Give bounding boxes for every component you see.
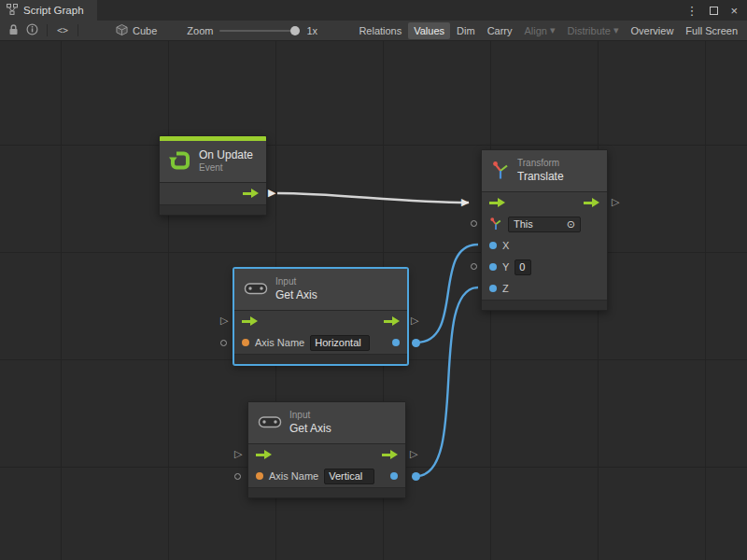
get-axis-horizontal-input-triangle-port[interactable]: ▷ <box>220 315 228 326</box>
on-update-body <box>160 182 266 204</box>
tab-script-graph[interactable]: Script Graph <box>0 0 97 21</box>
axis-name-input-port[interactable] <box>242 339 249 346</box>
lock-icon <box>8 23 19 37</box>
flow-output-port[interactable] <box>382 450 398 460</box>
get-axis-vertical-param-circle[interactable] <box>234 473 241 480</box>
control-row <box>482 192 607 214</box>
window-maximize-button[interactable] <box>710 5 718 17</box>
zoom-control: Zoom 1x <box>187 25 317 36</box>
axis-name-row: Axis Name <box>248 466 405 487</box>
zoom-label: Zoom <box>187 25 213 36</box>
value-connection-vertical-z[interactable] <box>416 287 478 476</box>
node-subtitle: Event <box>199 162 253 175</box>
x-input-port[interactable] <box>489 242 497 249</box>
title-bar: Script Graph ⋮ × <box>0 0 747 21</box>
values-button[interactable]: Values <box>408 22 450 39</box>
object-picker-icon[interactable]: ⊙ <box>567 218 575 231</box>
translate-y-port-circle[interactable] <box>471 263 477 270</box>
this-object-field[interactable]: This ⊙ <box>508 217 581 232</box>
on-update-header[interactable]: On Update Event <box>160 141 266 182</box>
y-row: Y <box>482 257 607 278</box>
lock-button[interactable] <box>4 22 22 39</box>
toolbar-separator <box>78 24 78 36</box>
transform-icon <box>491 160 510 182</box>
get-axis-horizontal-wire-endpoint[interactable] <box>412 339 420 347</box>
gamepad-icon <box>244 281 268 298</box>
node-footer <box>482 300 607 310</box>
on-update-output-triangle-port[interactable]: ▶ <box>268 188 275 198</box>
zoom-slider-handle[interactable] <box>290 26 300 35</box>
flow-input-port[interactable] <box>242 316 258 327</box>
get-axis-horizontal-header[interactable]: Input Get Axis <box>234 269 407 310</box>
node-get-axis-horizontal[interactable]: Input Get Axis Axis Name <box>233 268 408 365</box>
node-category: Input <box>275 276 317 288</box>
translate-input-triangle-port[interactable]: ▶ <box>461 197 469 207</box>
control-row <box>234 311 407 332</box>
graph-toolbar: <> Cube Zoom 1x Relations Values Dim Car… <box>0 21 747 41</box>
get-axis-horizontal-param-circle[interactable] <box>220 340 227 346</box>
info-icon <box>26 23 38 37</box>
flow-output-port[interactable] <box>584 198 599 208</box>
toolbar-buttons: Relations Values Dim Carry Align ▾ Distr… <box>353 22 743 39</box>
flow-output-port[interactable] <box>384 316 400 327</box>
node-get-axis-vertical[interactable]: Input Get Axis Axis Name <box>247 401 406 498</box>
z-label: Z <box>502 283 509 294</box>
graph-canvas[interactable]: On Update Event <box>0 41 747 560</box>
get-axis-vertical-input-triangle-port[interactable]: ▷ <box>234 449 242 459</box>
get-axis-vertical-header[interactable]: Input Get Axis <box>248 402 405 443</box>
node-on-update[interactable]: On Update Event <box>159 135 267 216</box>
chevron-down-icon: ▾ <box>613 24 619 36</box>
axis-name-input[interactable] <box>324 469 374 484</box>
window-controls: ⋮ × <box>685 0 747 21</box>
translate-header[interactable]: Transform Translate <box>482 150 607 191</box>
control-row <box>248 444 405 466</box>
translate-output-triangle-port[interactable]: ▷ <box>612 197 619 207</box>
align-button[interactable]: Align ▾ <box>519 22 561 39</box>
node-translate[interactable]: Transform Translate <box>481 149 608 311</box>
get-axis-vertical-output-triangle-port[interactable]: ▷ <box>410 449 417 459</box>
zoom-value: 1x <box>306 25 317 36</box>
y-value-input[interactable] <box>514 259 531 275</box>
full-screen-button[interactable]: Full Screen <box>680 22 743 39</box>
window-menu-button[interactable]: ⋮ <box>685 5 698 17</box>
get-axis-horizontal-output-triangle-port[interactable]: ▷ <box>411 315 418 326</box>
node-category: Transform <box>517 158 564 170</box>
flow-input-port[interactable] <box>489 198 505 208</box>
this-label: This <box>514 218 533 230</box>
flow-connection-wire[interactable] <box>277 193 469 203</box>
get-axis-vertical-wire-endpoint[interactable] <box>412 472 420 481</box>
flow-input-port[interactable] <box>256 450 272 460</box>
z-row: Z <box>482 278 607 300</box>
distribute-button[interactable]: Distribute ▾ <box>562 22 625 39</box>
translate-this-port-circle[interactable] <box>471 220 477 227</box>
get-axis-horizontal-body: Axis Name <box>234 310 407 354</box>
dim-button[interactable]: Dim <box>451 22 481 39</box>
z-input-port[interactable] <box>489 285 497 292</box>
carry-button[interactable]: Carry <box>482 22 518 39</box>
zoom-slider[interactable] <box>219 30 300 32</box>
axis-name-input-port[interactable] <box>256 472 263 480</box>
value-output-port[interactable] <box>390 472 398 480</box>
chevron-down-icon: ▾ <box>550 24 556 36</box>
window-close-button[interactable]: × <box>730 5 738 17</box>
value-output-port[interactable] <box>392 339 400 346</box>
axis-name-input[interactable] <box>310 335 370 351</box>
maximize-icon <box>710 7 718 15</box>
y-label: Y <box>502 261 509 273</box>
node-title: Get Axis <box>275 288 317 302</box>
overview-button[interactable]: Overview <box>626 22 680 39</box>
align-button-label: Align <box>525 25 547 36</box>
script-graph-icon <box>7 4 18 17</box>
relations-button[interactable]: Relations <box>353 22 407 39</box>
edit-script-button[interactable]: <> <box>53 22 72 39</box>
code-icon: <> <box>57 25 68 35</box>
flow-output-port[interactable] <box>243 189 259 199</box>
inspect-button[interactable] <box>22 22 41 39</box>
node-title: Get Axis <box>289 422 331 436</box>
graph-target[interactable]: Cube <box>116 23 157 38</box>
y-input-port[interactable] <box>489 263 497 271</box>
x-label: X <box>502 240 509 251</box>
this-row: This ⊙ <box>482 214 607 235</box>
value-connection-horizontal-x[interactable] <box>416 245 478 343</box>
tab-title: Script Graph <box>23 5 84 16</box>
